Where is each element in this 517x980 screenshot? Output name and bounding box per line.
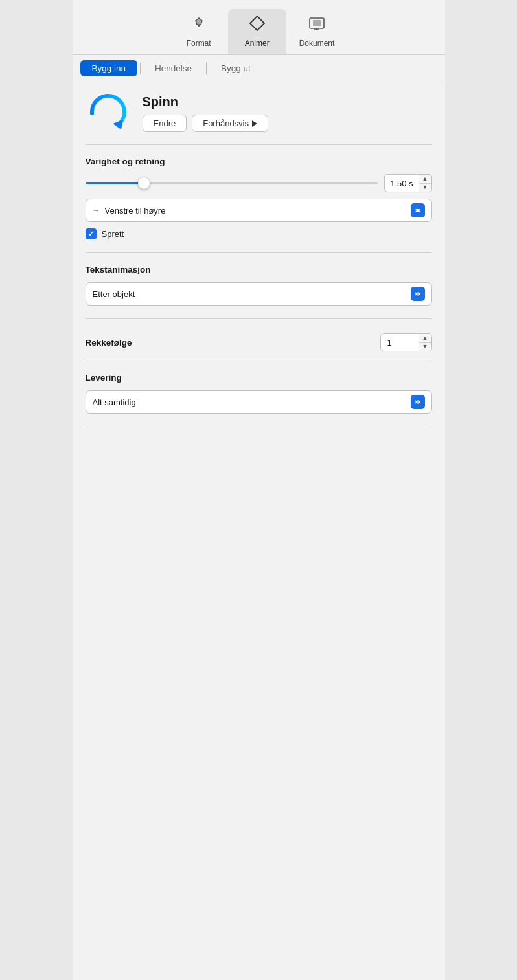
- duration-slider-track: [86, 182, 378, 184]
- duration-stepper: ▲ ▼: [419, 175, 431, 192]
- text-animation-chevron-icon: [411, 287, 425, 301]
- format-icon: [191, 17, 207, 36]
- bounce-label: Sprett: [102, 229, 124, 239]
- animer-tab[interactable]: Animer: [228, 9, 286, 54]
- direction-dropdown[interactable]: → Venstre til høyre: [86, 199, 432, 222]
- duration-value: 1,50 s: [385, 179, 419, 188]
- order-decrement[interactable]: ▼: [419, 343, 431, 351]
- separator-5: [86, 427, 432, 427]
- delivery-value: Alt samtidig: [93, 397, 411, 407]
- delivery-section: Levering Alt samtidig: [86, 364, 432, 424]
- slider-thumb[interactable]: [138, 177, 150, 189]
- animer-tab-label: Animer: [245, 39, 270, 48]
- separator-3: [86, 318, 432, 319]
- toolbar: Format Animer Dokument: [73, 0, 445, 55]
- duration-increment[interactable]: ▲: [419, 175, 431, 184]
- delivery-dropdown[interactable]: Alt samtidig: [86, 390, 432, 414]
- text-animation-value: Etter objekt: [93, 289, 411, 299]
- dokument-icon: [308, 17, 325, 36]
- direction-value: Venstre til høyre: [105, 206, 411, 216]
- change-button[interactable]: Endre: [143, 115, 187, 132]
- text-animation-section: Tekstanimasjon Etter objekt: [86, 256, 432, 316]
- bounce-checkbox-row: ✓ Sprett: [86, 228, 432, 239]
- animation-title-area: Spinn Endre Forhåndsvis: [143, 95, 269, 132]
- duration-field: 1,50 s ▲ ▼: [384, 174, 432, 192]
- text-animation-title: Tekstanimasjon: [86, 265, 432, 274]
- separator-2: [86, 252, 432, 253]
- separator-4: [86, 361, 432, 361]
- bounce-checkbox[interactable]: ✓: [86, 228, 97, 239]
- bygg-inn-tab[interactable]: Bygg inn: [80, 60, 138, 76]
- hendelse-tab[interactable]: Hendelse: [143, 60, 203, 76]
- duration-slider-track-container[interactable]: [86, 177, 378, 189]
- order-increment[interactable]: ▲: [419, 334, 431, 343]
- order-field: 1 ▲ ▼: [380, 333, 432, 351]
- bygg-ut-tab[interactable]: Bygg ut: [209, 60, 262, 76]
- animation-name: Spinn: [143, 95, 269, 109]
- format-tab[interactable]: Format: [170, 12, 228, 54]
- order-value: 1: [381, 338, 419, 348]
- delivery-chevron-icon: [411, 395, 425, 409]
- text-animation-dropdown[interactable]: Etter objekt: [86, 282, 432, 306]
- duration-decrement[interactable]: ▼: [419, 184, 431, 192]
- animation-header: Spinn Endre Forhåndsvis: [86, 82, 432, 142]
- arrow-right-icon: →: [93, 206, 100, 214]
- format-tab-label: Format: [187, 39, 211, 48]
- animation-action-buttons: Endre Forhåndsvis: [143, 115, 269, 132]
- tab-divider-2: [206, 63, 207, 74]
- duration-section-title: Varighet og retning: [86, 157, 432, 166]
- order-row: Rekkefølge 1 ▲ ▼: [86, 331, 432, 354]
- duration-section: Varighet og retning 1,50 s ▲ ▼: [86, 148, 432, 250]
- tab-divider-1: [140, 63, 141, 74]
- subtab-bar: Bygg inn Hendelse Bygg ut: [73, 55, 445, 82]
- slider-fill: [86, 182, 144, 184]
- order-section: Rekkefølge 1 ▲ ▼: [86, 322, 432, 358]
- preview-button[interactable]: Forhåndsvis: [192, 115, 268, 132]
- dokument-tab-label: Dokument: [299, 39, 335, 48]
- animer-icon: [248, 14, 266, 36]
- checkmark-icon: ✓: [88, 230, 94, 238]
- spin-animation-icon: [86, 94, 132, 133]
- direction-chevron-icon: [411, 203, 425, 217]
- dokument-tab[interactable]: Dokument: [286, 12, 348, 54]
- separator-1: [86, 144, 432, 145]
- main-content: Spinn Endre Forhåndsvis Varighet og retn…: [73, 82, 445, 443]
- play-icon: [252, 120, 257, 127]
- duration-slider-row: 1,50 s ▲ ▼: [86, 174, 432, 192]
- delivery-title: Levering: [86, 373, 432, 383]
- order-stepper: ▲ ▼: [419, 334, 431, 351]
- svg-rect-3: [313, 20, 321, 26]
- order-title: Rekkefølge: [86, 338, 132, 348]
- svg-marker-6: [113, 120, 123, 129]
